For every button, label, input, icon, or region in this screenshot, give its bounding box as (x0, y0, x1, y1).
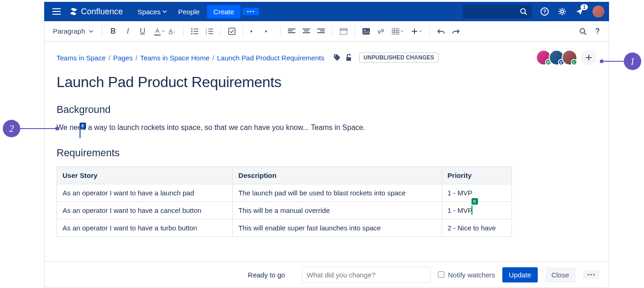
outdent-button[interactable] (248, 24, 261, 38)
more-actions-button[interactable] (583, 270, 599, 279)
settings-icon[interactable] (558, 7, 567, 16)
table-button[interactable] (389, 24, 407, 38)
col-priority: Priority (442, 167, 512, 184)
svg-rect-20 (346, 57, 351, 61)
editor-toolbar: Paragraph B I U A A↓ 123 ? (44, 21, 609, 41)
editor-content: Teams in Space / Pages / Teams in Space … (44, 41, 609, 262)
unpublished-badge: UNPUBLISHED CHANGES (359, 53, 438, 63)
table-row[interactable]: As an operator I want to have a launch p… (57, 184, 512, 202)
heading-background[interactable]: Background (57, 104, 597, 116)
chevron-down-icon (89, 30, 93, 33)
create-button[interactable]: Create (207, 5, 241, 18)
editor-footer: Ready to go Notify watchers Update Close (44, 261, 609, 288)
find-replace-button[interactable] (576, 24, 589, 38)
svg-point-23 (593, 274, 594, 275)
heading-requirements[interactable]: Requirements (57, 147, 597, 159)
svg-point-21 (587, 274, 589, 275)
redo-button[interactable] (449, 24, 462, 38)
svg-rect-13 (229, 28, 235, 35)
version-comment-input[interactable] (302, 267, 431, 283)
breadcrumb-current[interactable]: Launch Pad Product Requirements (217, 54, 324, 62)
svg-point-8 (191, 30, 193, 32)
svg-point-9 (191, 33, 193, 34)
collab-caret-c (472, 206, 472, 215)
draft-status: Ready to go (248, 271, 285, 279)
breadcrumb: Teams in Space / Pages / Teams in Space … (57, 54, 324, 62)
breadcrumb-space[interactable]: Teams in Space (57, 54, 106, 62)
page-layout-button[interactable] (337, 24, 350, 38)
svg-point-7 (191, 28, 193, 29)
table-row[interactable]: As an operator I want to have a turbo bu… (57, 219, 512, 237)
align-left-button[interactable] (285, 24, 298, 38)
collab-caret-e (80, 129, 80, 138)
numbered-list-button[interactable]: 123 (203, 24, 216, 38)
bold-button[interactable]: B (107, 24, 120, 38)
global-nav: Confluence Spaces People Create ? 1 (44, 2, 609, 21)
nav-spaces[interactable]: Spaces (132, 4, 172, 19)
help-icon[interactable]: ? (540, 7, 549, 16)
svg-text:?: ? (543, 9, 546, 14)
align-center-button[interactable] (300, 24, 313, 38)
collaborator-avatars: R E C (539, 50, 597, 65)
search-icon (520, 8, 527, 15)
bullet-list-button[interactable] (188, 24, 201, 38)
labels-icon[interactable] (334, 54, 341, 61)
svg-point-22 (590, 274, 592, 275)
paragraph-style-select[interactable]: Paragraph (49, 25, 97, 37)
product-name: Confluence (81, 7, 123, 17)
confluence-logo[interactable]: Confluence (69, 7, 123, 17)
svg-text:3: 3 (206, 32, 207, 35)
svg-point-19 (335, 55, 336, 56)
link-button[interactable] (374, 24, 387, 38)
notifications-icon[interactable]: 1 (575, 7, 584, 16)
add-collaborator-button[interactable] (581, 50, 597, 65)
text-color-button[interactable]: A (151, 24, 164, 38)
search-input[interactable] (463, 5, 532, 18)
background-paragraph[interactable]: We need a way to launch rockets into spa… (57, 122, 597, 133)
collaborator-avatar[interactable]: C (562, 50, 577, 65)
svg-rect-17 (392, 28, 399, 35)
requirements-table[interactable]: User Story Description Priority As an op… (57, 166, 512, 237)
notification-count: 1 (581, 4, 588, 10)
align-right-button[interactable] (315, 24, 328, 38)
col-user-story: User Story (57, 167, 233, 184)
update-button[interactable]: Update (502, 267, 537, 282)
profile-avatar[interactable] (592, 6, 604, 18)
undo-button[interactable] (435, 24, 448, 38)
create-more-button[interactable] (242, 8, 259, 15)
image-button[interactable] (360, 24, 373, 38)
notify-watchers-checkbox[interactable]: Notify watchers (438, 271, 495, 279)
svg-rect-14 (340, 28, 347, 35)
svg-point-3 (521, 9, 525, 13)
nav-people[interactable]: People (172, 4, 205, 19)
insert-more-button[interactable] (408, 24, 425, 38)
col-description: Description (233, 167, 442, 184)
svg-point-2 (253, 11, 254, 12)
close-button[interactable]: Close (545, 267, 575, 282)
underline-button[interactable]: U (136, 24, 149, 38)
more-formatting-button[interactable]: A↓ (166, 24, 178, 38)
breadcrumb-pages[interactable]: Pages (113, 54, 133, 62)
breadcrumb-home[interactable]: Teams in Space Home (140, 54, 210, 62)
page-title[interactable]: Launch Pad Product Requirements (57, 74, 597, 91)
collab-cursor-marker-e: E (80, 123, 86, 129)
svg-point-16 (364, 29, 366, 31)
editor-help-button[interactable]: ? (591, 24, 604, 38)
collab-cursor-marker-c: C (472, 198, 478, 205)
indent-button[interactable] (263, 24, 276, 38)
svg-point-0 (247, 11, 248, 12)
annotation-1: 1 (600, 53, 641, 70)
table-row[interactable]: As an operator I want to have a cancel b… (57, 202, 512, 219)
italic-button[interactable]: I (121, 24, 134, 38)
svg-point-18 (580, 29, 585, 33)
svg-point-1 (250, 11, 251, 12)
svg-point-6 (561, 10, 564, 13)
task-list-button[interactable] (225, 24, 238, 38)
annotation-2: 2 (3, 120, 59, 137)
restrictions-icon[interactable] (345, 54, 352, 61)
app-switcher-icon[interactable] (49, 5, 64, 18)
